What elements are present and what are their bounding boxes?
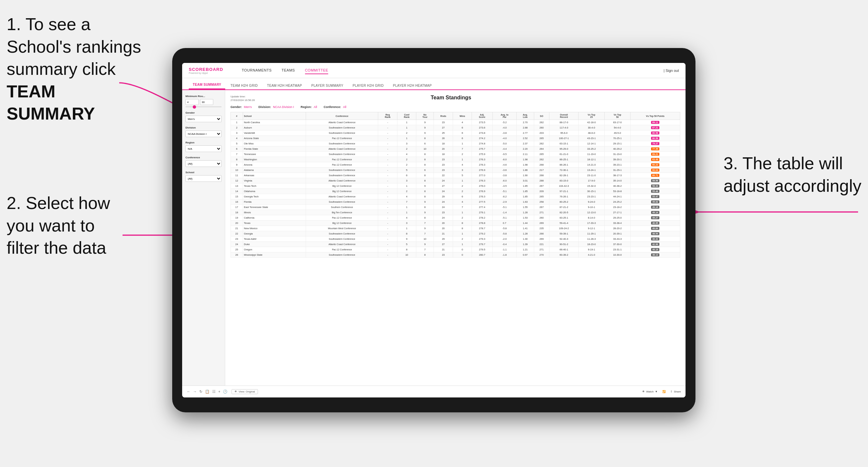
plus-icon[interactable]: + (218, 390, 220, 394)
col-so: SO (534, 112, 550, 120)
table-row: 8WashingtonPac-12 Conference-28231276.3-… (231, 157, 680, 162)
table-cell: Pac-12 Conference (306, 215, 378, 221)
table-cell: 2 (453, 184, 472, 189)
table-cell: 92-40-3 (550, 237, 579, 242)
table-cell: 276.0 (472, 184, 492, 189)
filters-panel: Minimum Rou... Gender Men's (182, 90, 225, 385)
forward-icon[interactable]: → (193, 390, 197, 394)
table-cell: 0.97 (517, 252, 534, 258)
table-row: 13Texas TechBig 12 Conference-19272276.0… (231, 184, 680, 189)
filter-min-input[interactable] (185, 99, 199, 105)
tab-team-summary[interactable]: TEAM SUMMARY (189, 81, 225, 89)
table-cell: Southeastern Conference (306, 237, 378, 242)
share-icon-btn[interactable]: 🔁 (662, 390, 665, 393)
table-cell: 3 (397, 141, 416, 146)
table-cell: North Carolina (243, 120, 306, 125)
table-cell: 20-39-1 (604, 231, 630, 237)
table-cell: -1.4 (492, 210, 517, 215)
table-cell: 2 (397, 189, 416, 194)
filter-region-select[interactable]: N/A (185, 146, 222, 152)
table-cell: 10 (397, 252, 416, 258)
table-cell: 1.85 (517, 194, 534, 199)
copy-icon[interactable]: 📋 (205, 390, 210, 394)
watch-chevron: ▼ (655, 390, 658, 393)
table-cell: 38-17-3 (604, 173, 630, 178)
table-cell: 275.9 (472, 152, 492, 157)
table-cell: 6 (416, 141, 434, 146)
view-original-button[interactable]: 👁 View: Original (231, 389, 258, 394)
bottom-toolbar: ← → ↻ 📋 ☷ + 🕐 👁 View: Original 👁 Watch ▼… (182, 385, 685, 398)
table-cell: 1.98 (517, 162, 534, 167)
table-cell: Washington (243, 157, 306, 162)
table-cell: 1.98 (517, 157, 534, 162)
table-cell: 15 (231, 194, 243, 199)
table-row: 18IllinoisBig Ten Conference-19231279.1-… (231, 210, 680, 215)
refresh-icon[interactable]: ↻ (199, 390, 203, 394)
tablet-device: SCOREBOARD Powered by clippd TOURNAMENTS… (172, 48, 695, 412)
table-cell: Southeastern Conference (306, 252, 378, 258)
sign-out-button[interactable]: | Sign out (664, 68, 679, 72)
share-icon: ⇧ (670, 390, 673, 393)
tab-player-summary[interactable]: PLAYER SUMMARY (307, 82, 347, 89)
table-cell: 2.52 (517, 136, 534, 141)
table-cell: 7 (453, 205, 472, 210)
table-cell: 59-39-1 (550, 231, 579, 237)
table-cell: 9 (397, 237, 416, 242)
table-row: 3VanderbiltSoutheastern Conference-29256… (231, 130, 680, 136)
table-cell: 8 (416, 173, 434, 178)
table-cell: 279.7 (472, 242, 492, 247)
toolbar-right: 👁 Watch ▼ 🔁 ⇧ Share (642, 390, 681, 393)
score-cell: 42.98 (630, 242, 680, 247)
table-cell: -4.0 (492, 125, 517, 130)
table-cell: 9 (231, 162, 243, 167)
table-cell: 21 (231, 226, 243, 231)
filter-division: Division NCAA Division I (185, 126, 222, 137)
tab-player-h2h-grid[interactable]: PLAYER H2H GRID (349, 82, 388, 89)
table-cell: 8 (416, 157, 434, 162)
watch-button[interactable]: 👁 Watch ▼ (642, 390, 657, 393)
table-cell: 6 (397, 173, 416, 178)
table-cell: Auburn (243, 125, 306, 130)
tab-team-h2h-heatmap[interactable]: TEAM H2H HEATMAP (263, 82, 306, 89)
table-cell: 27 (434, 184, 453, 189)
table-cell: -5.8 (492, 226, 517, 231)
filter-max-input[interactable] (200, 99, 213, 105)
filter-gender-select[interactable]: Men's (185, 116, 222, 122)
clock-icon[interactable]: 🕐 (223, 390, 227, 394)
instruction-2-line1: 2. Select how (7, 193, 110, 213)
nav-tournaments[interactable]: TOURNAMENTS (242, 67, 272, 74)
share-button[interactable]: ⇧ Share (670, 390, 681, 393)
table-cell: 27 (434, 242, 453, 247)
table-cell: 40-29-2 (604, 146, 630, 152)
filter-division-select[interactable]: NCAA Division I (185, 130, 222, 137)
filter-school-select[interactable]: (All) (185, 175, 222, 182)
table-cell: New Mexico (243, 226, 306, 231)
table-cell: Pac-12 Conference (306, 136, 378, 141)
table-cell: 1.44 (517, 221, 534, 226)
table-cell: 279.2 (472, 231, 492, 237)
table-cell: 86-25-1 (550, 157, 579, 162)
table-cell: 1 (397, 120, 416, 125)
table-cell: 1.21 (517, 247, 534, 252)
nav-teams[interactable]: TEAMS (281, 67, 295, 74)
active-gender-label: Gender: (230, 105, 242, 108)
col-no-tour: NoTour (416, 112, 434, 120)
active-region-value: All (314, 105, 317, 108)
table-cell: 24 (434, 205, 453, 210)
back-icon[interactable]: ← (187, 390, 190, 394)
nav-committee[interactable]: COMMITTEE (305, 67, 329, 74)
table-cell: 9 (416, 210, 434, 215)
table-cell: 23 (434, 120, 453, 125)
table-cell: 9-10-1 (579, 205, 604, 210)
table-cell: 279.1 (472, 210, 492, 215)
filter-slider[interactable] (185, 106, 222, 107)
table-row: 6Florida StateAtlantic Coast Conference-… (231, 146, 680, 152)
grid-icon[interactable]: ☷ (212, 390, 216, 394)
filter-conference-select[interactable]: (All) (185, 160, 222, 167)
tab-team-h2h-grid[interactable]: TEAM H2H GRID (226, 82, 261, 89)
table-cell: 31-19-0 (604, 152, 630, 157)
table-cell: 31-29-1 (604, 167, 630, 173)
table-cell: 14 (231, 189, 243, 194)
tab-player-h2h-heatmap[interactable]: PLAYER H2H HEATMAP (389, 82, 435, 89)
table-cell: 15-32-0 (579, 184, 604, 189)
